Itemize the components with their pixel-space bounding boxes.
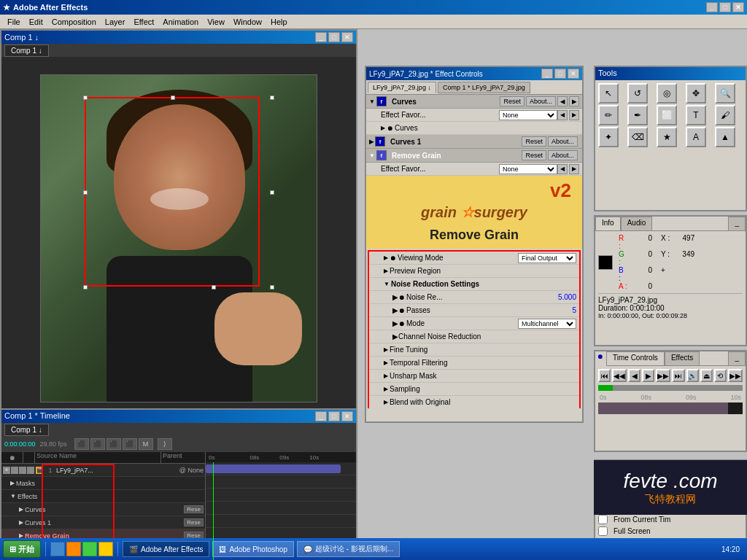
handle-tc[interactable] <box>171 96 175 100</box>
tl-btn3[interactable]: ⬛ <box>107 438 121 450</box>
curves-expand[interactable]: ▼ <box>369 98 375 105</box>
handle-bl[interactable] <box>83 285 88 289</box>
menu-edit[interactable]: Edit <box>25 16 47 28</box>
rg-prev[interactable]: ◀ <box>557 164 568 174</box>
curves-about[interactable]: About... <box>526 96 556 106</box>
curves-next[interactable]: ▶ <box>569 96 579 106</box>
info-minimize[interactable]: _ <box>728 217 746 231</box>
tl-btn5[interactable]: M <box>139 438 153 450</box>
fine-expand[interactable]: ▶ <box>372 346 388 353</box>
layer-1-eye[interactable]: 👁 <box>3 467 10 474</box>
transport-next[interactable]: ▶▶ <box>656 369 670 382</box>
comp-minimize[interactable]: _ <box>315 32 327 42</box>
timeline-window-btns[interactable]: _ □ ✕ <box>315 411 353 421</box>
handle-ml[interactable] <box>83 190 88 195</box>
tool-zoom[interactable]: 🔍 <box>715 83 735 104</box>
menu-layer[interactable]: Layer <box>101 16 130 28</box>
curves1-expand[interactable]: ▶ <box>369 139 374 145</box>
tool-pen[interactable]: ✏ <box>598 105 619 125</box>
tl-curves-reset[interactable]: Rese <box>184 505 204 513</box>
unsharp-expand[interactable]: ▶ <box>372 373 388 379</box>
tl-curves1-expand[interactable]: ▶ <box>19 519 23 526</box>
playhead[interactable] <box>213 462 214 560</box>
channel-expand[interactable]: ▶ <box>372 332 398 341</box>
comp-tab-main[interactable]: Comp 1 ↓ <box>4 44 49 57</box>
menu-animation[interactable]: Animation <box>158 16 203 28</box>
tool-pan[interactable]: ✥ <box>686 83 706 104</box>
rg-next[interactable]: ▶ <box>569 164 579 174</box>
noise-expand[interactable]: ▼ <box>372 281 390 287</box>
ec-minimize[interactable]: _ <box>541 69 553 79</box>
full-screen-checkbox[interactable] <box>598 526 608 536</box>
transport-bounce[interactable]: ⟲ <box>714 369 727 382</box>
transport-prev-frame[interactable]: ◀◀ <box>612 369 627 382</box>
comp-panel-buttons[interactable]: _ □ ✕ <box>315 32 353 42</box>
remove-grain-expand[interactable]: ▼ <box>369 152 375 159</box>
maximize-button[interactable]: □ <box>719 2 731 12</box>
layer-1-lock[interactable] <box>27 467 34 474</box>
tool-rotate[interactable]: ↺ <box>627 83 648 104</box>
handle-bm[interactable] <box>212 285 216 289</box>
transport-prev[interactable]: ◀ <box>628 369 640 382</box>
curves-favor-next[interactable]: ▶ <box>569 110 579 120</box>
title-bar-buttons[interactable]: _ □ ✕ <box>706 2 744 12</box>
transport-last[interactable]: ⏭ <box>672 369 684 382</box>
tl-curves1-row[interactable]: ▶ Curves 1 Rese <box>1 516 205 529</box>
passes-value[interactable]: 5 <box>572 306 576 314</box>
ec-window-buttons[interactable]: _ □ ✕ <box>541 69 579 79</box>
media-icon[interactable] <box>82 542 97 556</box>
timeline-tab-comp[interactable]: Comp 1 ↓ <box>4 424 49 436</box>
close-button[interactable]: ✕ <box>732 2 744 12</box>
taskbar-forum[interactable]: 💬 超级讨论 - 影视后期制... <box>297 541 400 557</box>
folder-icon[interactable] <box>66 542 81 556</box>
tool-puppet[interactable]: ★ <box>657 127 677 147</box>
curves-toggle[interactable]: f <box>376 96 387 106</box>
transport-audio[interactable]: 🔊 <box>686 369 699 382</box>
handle-tl[interactable] <box>83 96 88 100</box>
viewing-expand[interactable]: ▶ <box>372 254 388 261</box>
tl-curves-expand[interactable]: ▶ <box>19 506 23 513</box>
masks-expand[interactable]: ▶ <box>10 480 15 486</box>
curves1-about[interactable]: About... <box>548 136 578 147</box>
remove-grain-about[interactable]: About... <box>548 150 578 160</box>
effects-expand[interactable]: ▼ <box>10 493 16 499</box>
curves-favor-nav[interactable]: ◀ ▶ <box>557 110 579 120</box>
taskbar-ae[interactable]: 🎬 Adobe After Effects <box>123 541 209 557</box>
comp-maximize[interactable]: □ <box>328 32 340 42</box>
transport-loop[interactable]: ⏏ <box>700 369 713 382</box>
tool-extra1[interactable]: A <box>686 127 706 147</box>
curves-nav[interactable]: ◀ ▶ <box>557 96 579 106</box>
track-bar-1[interactable] <box>206 464 341 473</box>
remove-grain-reset[interactable]: Reset <box>522 150 546 160</box>
curves1-reset[interactable]: Reset <box>522 136 546 147</box>
timeline-maximize[interactable]: □ <box>328 411 340 421</box>
remove-grain-toggle[interactable]: f <box>376 150 387 160</box>
start-button[interactable]: ⊞ 开始 <box>3 540 41 558</box>
handle-tr[interactable] <box>270 96 274 100</box>
transport-play[interactable]: ▶ <box>642 369 654 382</box>
tab-audio[interactable]: Audio <box>621 217 653 231</box>
rg-favor-nav[interactable]: ◀ ▶ <box>557 164 579 174</box>
time-minimize[interactable]: _ <box>728 351 746 366</box>
tool-select[interactable]: ↖ <box>598 83 619 104</box>
curves1-toggle[interactable]: f <box>375 136 385 147</box>
minimize-button[interactable]: _ <box>706 2 718 12</box>
menu-effect[interactable]: Effect <box>129 16 158 28</box>
time-tab-controls[interactable]: Time Controls <box>606 351 665 366</box>
comp-tab[interactable]: Comp 1 ↓ <box>4 33 39 42</box>
curves-favor-prev[interactable]: ◀ <box>557 110 568 120</box>
menu-help[interactable]: Help <box>266 16 292 28</box>
rg-favor-select[interactable]: None <box>499 164 557 174</box>
tool-eraser[interactable]: ⌫ <box>627 127 648 147</box>
transport-first[interactable]: ⏮ <box>598 369 611 382</box>
time-progress-bar[interactable] <box>598 385 743 391</box>
tool-camera[interactable]: ◎ <box>657 83 677 104</box>
ec-tab-comp[interactable]: Comp 1 * LFy9_jPA7_29.jpg <box>438 82 530 93</box>
ec-close[interactable]: ✕ <box>568 69 579 79</box>
curves-favor-select[interactable]: None <box>499 110 557 120</box>
menu-composition[interactable]: Composition <box>47 16 101 28</box>
tool-clone[interactable]: ✦ <box>598 127 619 147</box>
menu-window[interactable]: Window <box>229 16 266 28</box>
time-tab-effects[interactable]: Effects <box>665 351 700 366</box>
sampling-expand[interactable]: ▶ <box>372 386 388 392</box>
